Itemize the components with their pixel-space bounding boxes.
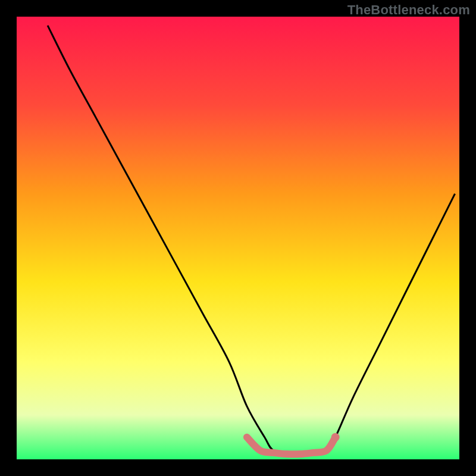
watermark-label: TheBottleneck.com [347,2,470,18]
plot-area [17,17,459,459]
chart-stage: TheBottleneck.com [0,0,476,476]
marker-dot [331,433,340,441]
bottleneck-chart [0,0,476,476]
